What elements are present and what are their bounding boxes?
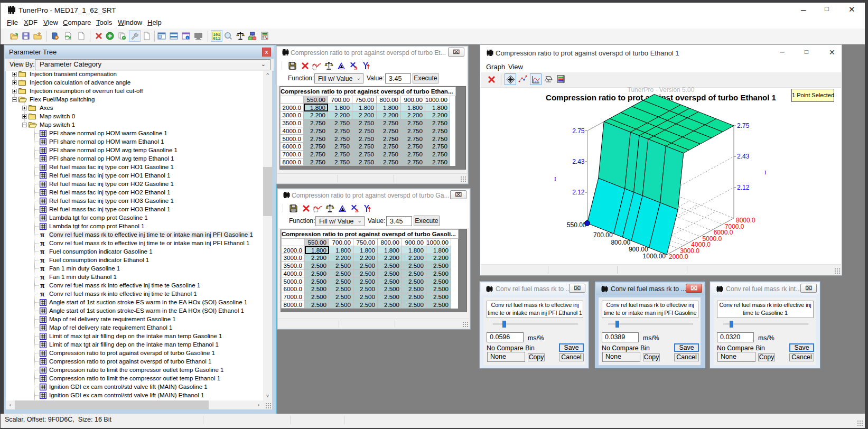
svg-text:900.00: 900.00 <box>629 246 648 253</box>
svg-text:550.00: 550.00 <box>567 221 586 229</box>
svg-text:800.00: 800.00 <box>611 239 630 246</box>
svg-text:1000.00: 1000.00 <box>643 253 666 260</box>
svg-text:011: 011 <box>213 36 220 41</box>
svg-text:2.12: 2.12 <box>572 189 585 196</box>
svg-text:2.75: 2.75 <box>737 122 750 129</box>
svg-text:2.12: 2.12 <box>737 184 750 191</box>
svg-text:8000.0: 8000.0 <box>736 217 755 224</box>
svg-text:2.43: 2.43 <box>737 153 750 160</box>
svg-text:i: i <box>187 36 188 40</box>
svg-text:700.00: 700.00 <box>593 231 613 239</box>
svg-text:2.75: 2.75 <box>572 127 585 135</box>
svg-text:2.43: 2.43 <box>572 158 585 165</box>
